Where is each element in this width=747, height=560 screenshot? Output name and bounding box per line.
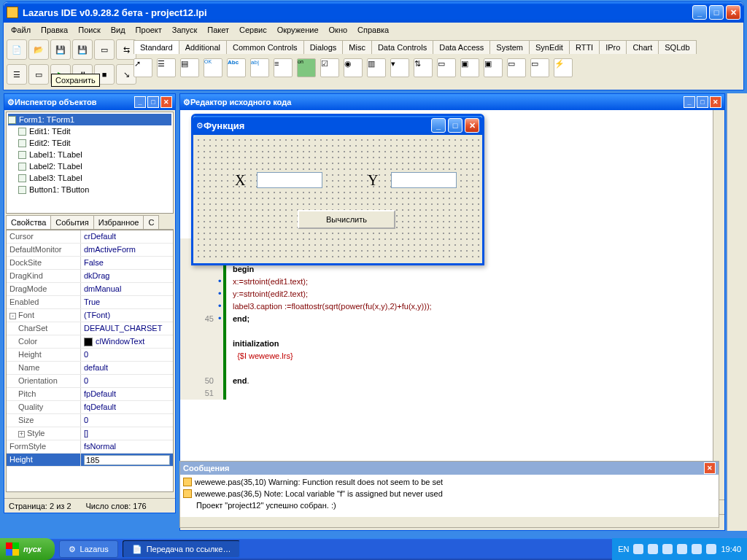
tab-events[interactable]: События: [50, 215, 93, 229]
tray-icon[interactable]: [706, 544, 716, 554]
messages-list[interactable]: wewewe.pas(35,10) Warning: Function resu…: [180, 475, 719, 517]
maximize-button[interactable]: □: [709, 5, 724, 20]
label-x[interactable]: X: [235, 172, 245, 189]
palette-scrollbar[interactable]: ⇅: [414, 58, 433, 77]
oi-close-button[interactable]: ✕: [160, 96, 172, 108]
property-row[interactable]: DefaultMonitordmActiveForm: [7, 244, 173, 257]
property-row[interactable]: Orientation0: [7, 375, 173, 388]
property-row[interactable]: DragKinddkDrag: [7, 270, 173, 283]
tab-system[interactable]: System: [489, 40, 530, 54]
tab-additional[interactable]: Additional: [179, 40, 227, 54]
palette-label[interactable]: Abc: [227, 58, 246, 77]
tray-icon[interactable]: [662, 544, 673, 554]
save-button[interactable]: 💾: [50, 39, 71, 60]
tab-restricted[interactable]: С: [143, 215, 159, 229]
palette-groupbox[interactable]: ▭: [437, 58, 456, 77]
palette-popupmenu[interactable]: ▤: [180, 58, 199, 77]
form-minimize-button[interactable]: _: [431, 118, 446, 133]
property-row[interactable]: Namedefault: [7, 362, 173, 375]
palette-memo[interactable]: ≡: [274, 58, 293, 77]
menu-tools[interactable]: Сервис: [235, 24, 271, 36]
property-row[interactable]: -Font(TFont): [7, 309, 173, 322]
tab-properties[interactable]: Свойства: [6, 215, 51, 229]
property-row[interactable]: Height: [7, 454, 173, 467]
tab-dialogs[interactable]: Dialogs: [303, 40, 344, 54]
property-grid[interactable]: CursorcrDefaultDefaultMonitordmActiveFor…: [6, 230, 174, 492]
menu-package[interactable]: Пакет: [203, 24, 233, 36]
palette-togglebox[interactable]: on: [297, 58, 316, 77]
menu-view[interactable]: Вид: [107, 24, 130, 36]
edit-x[interactable]: [257, 172, 322, 188]
se-maximize-button[interactable]: □: [697, 96, 708, 108]
start-button[interactable]: пуск: [0, 538, 55, 560]
palette-mainmenu[interactable]: ☰: [157, 58, 176, 77]
open-button[interactable]: 📂: [28, 39, 49, 60]
messages-close-button[interactable]: ✕: [704, 462, 716, 474]
object-inspector-title-bar[interactable]: ⚙ Инспектор объектов _ □ ✕: [4, 94, 175, 110]
palette-cursor[interactable]: ➚: [133, 58, 152, 77]
palette-listbox[interactable]: ▥: [367, 58, 386, 77]
tray-icon[interactable]: [648, 544, 658, 554]
palette-edit[interactable]: ab|: [250, 58, 269, 77]
tab-rtti[interactable]: RTTI: [569, 40, 600, 54]
property-row[interactable]: CursorcrDefault: [7, 230, 173, 244]
tab-misc[interactable]: Misc: [342, 40, 372, 54]
message-line[interactable]: Проект "project12" успешно собран. :): [183, 499, 716, 511]
form-designer-window[interactable]: ⚙ Функция _ □ ✕ X Y Вычислить: [191, 114, 484, 265]
tab-data-access[interactable]: Data Access: [433, 40, 490, 54]
tab-ipro[interactable]: IPro: [599, 40, 627, 54]
property-row[interactable]: ColorclWindowText: [7, 335, 173, 349]
tray-icon[interactable]: [633, 544, 643, 554]
palette-checkgroup[interactable]: ▣: [484, 58, 503, 77]
menu-search[interactable]: Поиск: [74, 24, 104, 36]
tree-item-form1[interactable]: Form1: TForm1: [8, 114, 171, 125]
message-line[interactable]: wewewe.pas(35,10) Warning: Function resu…: [183, 476, 716, 488]
taskbar-button-document[interactable]: 📄Передача по ссылке…: [123, 540, 241, 558]
form-maximize-button[interactable]: □: [448, 118, 462, 133]
ide-title-bar[interactable]: Lazarus IDE v0.9.28.2 бета - project12.l…: [4, 2, 743, 23]
tab-chart[interactable]: Chart: [626, 40, 659, 54]
property-value-input[interactable]: [84, 455, 170, 465]
tree-item-button1[interactable]: Button1: TButton: [8, 184, 171, 195]
vertical-scrollbar[interactable]: [713, 110, 724, 499]
palette-button[interactable]: OK: [204, 58, 222, 77]
forms-button[interactable]: ▭: [28, 64, 49, 85]
label-y[interactable]: Y: [368, 172, 378, 189]
menu-environment[interactable]: Окружение: [273, 24, 323, 36]
palette-panel[interactable]: ▭: [507, 58, 526, 77]
oi-maximize-button[interactable]: □: [147, 96, 159, 108]
palette-frame[interactable]: ▭: [530, 58, 549, 77]
palette-combobox[interactable]: ▾: [390, 58, 409, 77]
menu-file[interactable]: Файл: [7, 24, 35, 36]
message-line[interactable]: wewewe.pas(36,5) Note: Local variable "f…: [183, 488, 716, 499]
menu-help[interactable]: Справка: [353, 24, 393, 36]
tab-standard[interactable]: Standard: [133, 40, 179, 54]
tray-icon[interactable]: [677, 544, 687, 554]
tree-item-edit2[interactable]: Edit2: TEdit: [8, 137, 171, 149]
tree-item-edit1[interactable]: Edit1: TEdit: [8, 125, 171, 137]
minimize-button[interactable]: _: [692, 5, 707, 20]
component-tree[interactable]: Form1: TForm1 Edit1: TEdit Edit2: TEdit …: [6, 112, 174, 214]
palette-radiogroup[interactable]: ▣: [460, 58, 479, 77]
property-row[interactable]: QualityfqDefault: [7, 401, 173, 414]
palette-checkbox[interactable]: ☑: [320, 58, 339, 77]
new-form-button[interactable]: ▭: [94, 39, 115, 60]
tree-item-label3[interactable]: Label3: TLabel: [8, 172, 171, 184]
palette-actionlist[interactable]: ⚡: [554, 58, 573, 77]
tab-synedit[interactable]: SynEdit: [529, 40, 570, 54]
property-row[interactable]: Height0: [7, 349, 173, 362]
tray-icon[interactable]: [692, 544, 702, 554]
property-row[interactable]: PitchfpDefault: [7, 388, 173, 401]
tab-sqldb[interactable]: SQLdb: [658, 40, 696, 54]
messages-title-bar[interactable]: Сообщения ✕: [180, 462, 719, 475]
property-row[interactable]: EnabledTrue: [7, 296, 173, 309]
clock[interactable]: 19:40: [721, 545, 741, 553]
se-minimize-button[interactable]: _: [684, 96, 695, 108]
form-close-button[interactable]: ✕: [465, 118, 479, 133]
menu-edit[interactable]: Правка: [36, 24, 72, 36]
property-row[interactable]: +Style[]: [7, 427, 173, 440]
new-unit-button[interactable]: 📄: [7, 39, 27, 60]
property-row[interactable]: FormStylefsNormal: [7, 440, 173, 454]
edit-y[interactable]: [391, 172, 457, 188]
save-all-button[interactable]: 💾: [72, 39, 93, 60]
